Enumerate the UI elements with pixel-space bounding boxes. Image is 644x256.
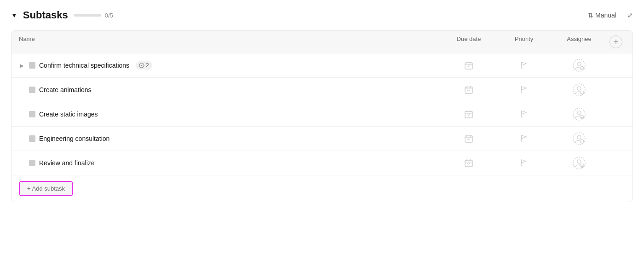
name-cell: ▶ Engineering consultation [19,135,441,142]
due-date-cell[interactable] [441,61,496,70]
subtask-badge-icon [139,63,144,68]
subtask-count: 2 [146,62,149,69]
svg-rect-9 [465,87,472,93]
table-row: ▶ Review and finalize [12,151,632,175]
col-header-add: + [607,35,625,48]
add-column-button[interactable]: + [610,35,622,48]
assignee-avatar-icon: + [573,157,586,169]
due-date-cell[interactable] [441,85,496,94]
subtask-count-badge[interactable]: 2 [136,61,152,70]
task-name: Review and finalize [39,159,95,167]
table-row: ▶ Confirm technical specifications 2 [12,53,632,78]
assignee-avatar-icon: + [573,59,586,72]
add-subtask-button[interactable]: + Add subtask [19,181,73,196]
calendar-icon [464,61,473,70]
svg-text:+: + [581,67,583,70]
svg-point-30 [577,135,581,139]
svg-text:+: + [581,165,583,168]
subtasks-table: Name Due date Priority Assignee + ▶ Conf… [11,30,633,202]
row-expand-arrow-icon[interactable]: ▶ [19,62,25,69]
calendar-icon [464,85,473,94]
svg-point-38 [577,160,581,163]
svg-rect-17 [465,111,472,118]
priority-cell[interactable] [496,134,552,143]
svg-rect-33 [465,160,472,167]
task-name: Engineering consultation [39,135,109,142]
expand-icon[interactable]: ⤢ [627,12,633,19]
assignee-cell[interactable]: + [552,157,607,169]
svg-rect-25 [465,136,472,142]
progress-text: 0/5 [105,12,113,19]
task-name: Confirm technical specifications [39,62,129,69]
assignee-avatar-icon: + [573,83,586,96]
task-status-square[interactable] [29,135,35,142]
sort-icon: ⇅ [588,12,593,19]
table-header: Name Due date Priority Assignee + [12,31,632,53]
name-cell: ▶ Confirm technical specifications 2 [19,61,441,70]
flag-icon [520,110,528,118]
due-date-cell[interactable] [441,110,496,119]
manual-sort-button[interactable]: ⇅ Manual [584,10,620,21]
add-subtask-row: + Add subtask [12,175,632,202]
progress-bar-track [74,14,101,17]
col-header-name: Name [19,35,441,48]
assignee-avatar-icon: + [573,108,586,121]
page-title: Subtasks [23,9,68,21]
calendar-icon [464,110,473,119]
progress-bar-container: 0/5 [74,12,113,19]
priority-cell[interactable] [496,110,552,118]
page-container: ▼ Subtasks 0/5 ⇅ Manual ⤢ Name Due date … [0,0,644,211]
assignee-cell[interactable]: + [552,132,607,145]
calendar-icon [464,134,473,143]
subtasks-header: ▼ Subtasks 0/5 ⇅ Manual ⤢ [11,9,633,21]
table-row: ▶ Create static images [12,102,632,127]
col-header-priority: Priority [496,35,552,48]
priority-cell[interactable] [496,86,552,94]
priority-cell[interactable] [496,159,552,167]
flag-icon [520,61,528,70]
col-header-due-date: Due date [441,35,496,48]
task-name: Create animations [39,86,92,93]
assignee-avatar-icon: + [573,132,586,145]
manual-label: Manual [595,12,616,19]
priority-cell[interactable] [496,61,552,70]
due-date-cell[interactable] [441,158,496,168]
name-cell: ▶ Create animations [19,86,441,93]
due-date-cell[interactable] [441,134,496,143]
svg-text:+: + [581,140,583,144]
col-header-assignee: Assignee [552,35,607,48]
collapse-chevron-icon[interactable]: ▼ [11,12,17,19]
task-status-square[interactable] [29,87,35,93]
task-status-square[interactable] [29,62,35,69]
svg-text:+: + [581,116,583,119]
name-cell: ▶ Review and finalize [19,159,441,167]
svg-rect-1 [465,63,472,69]
svg-point-22 [577,111,581,115]
svg-text:+: + [581,92,583,95]
task-status-square[interactable] [29,160,35,166]
name-cell: ▶ Create static images [19,111,441,118]
header-right: ⇅ Manual ⤢ [584,10,633,21]
flag-icon [520,134,528,143]
assignee-cell[interactable]: + [552,108,607,121]
flag-icon [520,86,528,94]
calendar-icon [464,158,473,168]
table-body: ▶ Confirm technical specifications 2 [12,53,632,175]
header-left: ▼ Subtasks 0/5 [11,9,113,21]
assignee-cell[interactable]: + [552,83,607,96]
flag-icon [520,159,528,167]
task-name: Create static images [39,111,98,118]
task-status-square[interactable] [29,111,35,117]
table-row: ▶ Create animations [12,78,632,102]
svg-point-6 [577,62,581,66]
table-row: ▶ Engineering consultation [12,127,632,151]
svg-point-14 [577,87,581,90]
assignee-cell[interactable]: + [552,59,607,72]
